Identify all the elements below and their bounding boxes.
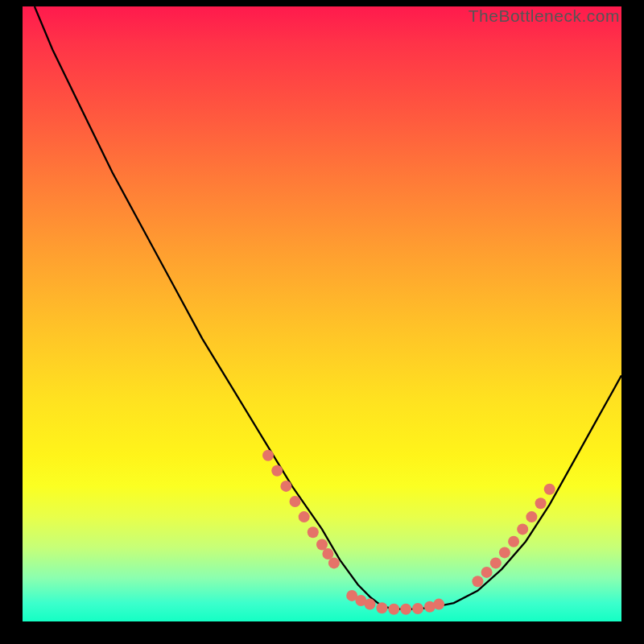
data-marker xyxy=(412,603,423,614)
data-marker xyxy=(322,548,333,559)
data-marker xyxy=(376,602,387,613)
data-marker xyxy=(481,567,493,578)
watermark-text: TheBottleneck.com xyxy=(469,6,620,26)
data-marker xyxy=(526,511,537,522)
chart-frame xyxy=(23,6,621,621)
data-marker xyxy=(328,557,340,568)
data-marker xyxy=(544,484,555,495)
data-marker xyxy=(499,547,510,558)
data-marker xyxy=(433,599,444,610)
data-marker xyxy=(517,523,528,535)
data-marker xyxy=(490,557,502,568)
data-marker xyxy=(508,536,519,547)
data-marker xyxy=(262,450,274,461)
data-marker xyxy=(271,465,283,477)
marker-layer xyxy=(23,6,621,621)
data-marker xyxy=(365,599,376,610)
data-marker xyxy=(400,604,411,615)
data-marker xyxy=(280,481,291,492)
data-marker xyxy=(290,496,301,507)
data-marker xyxy=(299,511,310,522)
data-marker xyxy=(308,526,319,538)
data-marker xyxy=(472,576,483,587)
data-marker xyxy=(535,497,547,509)
data-marker xyxy=(388,604,399,615)
data-marker xyxy=(316,539,328,551)
